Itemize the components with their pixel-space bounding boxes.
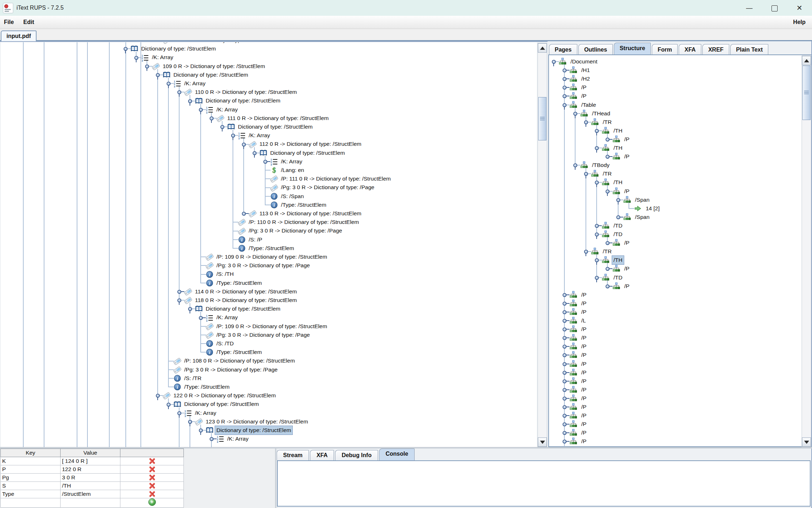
tree-node-label[interactable]: /TR xyxy=(601,247,613,256)
expand-handle-icon[interactable] xyxy=(199,316,203,320)
expand-handle-icon[interactable] xyxy=(563,440,567,444)
scroll-up-arrow-icon[interactable] xyxy=(804,59,809,62)
tree-node-label[interactable]: /P xyxy=(580,334,588,342)
tree-node-label[interactable]: /TH xyxy=(612,178,624,187)
menu-help[interactable]: Help xyxy=(790,16,808,29)
key-cell[interactable]: Type xyxy=(1,490,61,498)
tree-node-label[interactable]: Dictionary of type: /StructElem xyxy=(237,123,314,131)
tree-node-label[interactable]: /Type: /StructElem xyxy=(215,279,263,287)
tree-node-label[interactable]: /P xyxy=(623,282,631,291)
tree-node-label[interactable]: 108 0 R -> Dictionary of type: /StructEl… xyxy=(172,42,277,44)
tab-xfa[interactable]: XFA xyxy=(679,44,701,55)
tree-node-label[interactable]: /P xyxy=(580,83,588,92)
tree-node-label[interactable]: /H1 xyxy=(580,66,591,75)
expand-handle-icon[interactable] xyxy=(563,397,567,401)
tree-node-label[interactable]: /Pg: 3 0 R -> Dictionary of type: /Page xyxy=(280,183,376,192)
tree-node-label[interactable]: /P xyxy=(580,428,588,437)
tree-node-label[interactable]: /TR xyxy=(601,118,613,126)
menu-file[interactable]: File xyxy=(0,16,18,29)
expand-handle-icon[interactable] xyxy=(595,224,599,228)
value-cell[interactable] xyxy=(61,498,120,508)
expand-handle-icon[interactable] xyxy=(563,371,567,375)
value-cell[interactable]: 3 0 R xyxy=(61,474,120,482)
tree-node-label[interactable]: /K: Array xyxy=(215,105,239,114)
expand-handle-icon[interactable] xyxy=(563,422,567,426)
tree-node-label[interactable]: /P xyxy=(580,420,588,428)
tab-form[interactable]: Form xyxy=(652,44,678,55)
expand-handle-icon[interactable] xyxy=(563,86,567,90)
expand-handle-icon[interactable] xyxy=(616,215,620,219)
tree-node-label[interactable]: /L xyxy=(580,316,587,325)
tree-node-label[interactable]: /P xyxy=(580,360,588,368)
tree-node-label[interactable]: /P xyxy=(580,291,588,299)
tree-node-label[interactable]: 111 0 R -> Dictionary of type: /StructEl… xyxy=(226,114,330,123)
value-cell[interactable]: /TH xyxy=(61,482,120,490)
tree-node-label[interactable]: /P xyxy=(580,403,588,411)
tree-node-label[interactable]: /TD xyxy=(612,221,624,230)
scroll-down-arrow-icon[interactable] xyxy=(804,441,809,444)
structure-tree-vertical-scrollbar[interactable] xyxy=(802,56,811,447)
tree-node-label[interactable]: /S: /TH xyxy=(215,270,235,278)
key-cell[interactable]: K xyxy=(1,457,61,465)
tree-node-label[interactable]: /P xyxy=(580,351,588,359)
tree-node-label[interactable]: /Type: /StructElem xyxy=(183,383,231,391)
expand-handle-icon[interactable] xyxy=(563,293,567,297)
tree-node-label[interactable]: /P xyxy=(580,342,588,351)
right-scrollbar-thumb[interactable] xyxy=(802,66,811,120)
tree-node-label[interactable]: /Pg: 3 0 R -> Dictionary of type: /Page xyxy=(215,261,311,270)
tree-node-label[interactable]: /K: Array xyxy=(226,435,250,443)
scroll-down-arrow-icon[interactable] xyxy=(540,441,545,444)
tree-node-label[interactable]: 114 0 R -> Dictionary of type: /StructEl… xyxy=(194,287,298,296)
expand-handle-icon[interactable] xyxy=(606,155,610,159)
delete-row-icon[interactable] xyxy=(148,474,156,481)
expand-handle-icon[interactable] xyxy=(563,431,567,435)
tree-node-label[interactable]: /P xyxy=(623,239,631,247)
tree-node-label[interactable]: /P: 110 0 R -> Dictionary of type: /Stru… xyxy=(247,218,360,226)
expand-handle-icon[interactable] xyxy=(242,212,246,216)
tree-node-label[interactable]: /P xyxy=(580,92,588,100)
key-cell[interactable]: Pg xyxy=(1,474,61,482)
tree-node-label[interactable]: /S: /Span xyxy=(280,192,305,201)
tree-node-label[interactable]: /P: 108 0 R -> Dictionary of type: /Stru… xyxy=(183,356,296,365)
tree-node-label[interactable]: /P xyxy=(623,135,631,144)
tree-node-label[interactable]: /Pg: 3 0 R -> Dictionary of type: /Page xyxy=(183,365,279,374)
expand-handle-icon[interactable] xyxy=(563,68,567,72)
expand-handle-icon[interactable] xyxy=(177,290,181,294)
tree-node-label[interactable]: /P xyxy=(580,325,588,334)
tree-node-label[interactable]: /Document xyxy=(569,57,599,66)
expand-handle-icon[interactable] xyxy=(563,94,567,98)
tab-pages[interactable]: Pages xyxy=(549,44,577,55)
tree-node-label[interactable]: /P xyxy=(580,308,588,316)
left-tree-vertical-scrollbar[interactable] xyxy=(538,43,547,447)
column-header-key[interactable]: Key xyxy=(1,449,61,457)
tree-node-label[interactable]: /Table xyxy=(580,101,597,109)
tree-node-label[interactable]: /TH xyxy=(612,126,624,135)
tree-node-label[interactable]: 113 0 R -> Dictionary of type: /StructEl… xyxy=(258,209,363,218)
tab-stream[interactable]: Stream xyxy=(277,450,309,460)
tree-node-label[interactable]: /K: Array xyxy=(247,131,271,140)
column-header-value[interactable]: Value xyxy=(61,449,120,457)
tree-node-label[interactable]: 122 0 R -> Dictionary of type: /StructEl… xyxy=(172,391,277,400)
tab-plain-text[interactable]: Plain Text xyxy=(730,44,768,55)
add-row-icon[interactable] xyxy=(148,498,156,506)
tree-node-label[interactable]: /S: /P xyxy=(247,235,264,244)
tree-node-label[interactable]: /K: Array xyxy=(151,53,175,62)
expand-handle-icon[interactable] xyxy=(563,379,567,383)
tab-outlines[interactable]: Outlines xyxy=(578,44,613,55)
tree-node-label[interactable]: 109 0 R -> Dictionary of type: /StructEl… xyxy=(161,62,267,71)
delete-row-icon[interactable] xyxy=(148,490,156,498)
tree-node-label[interactable]: /Span xyxy=(634,196,651,204)
tree-node-label[interactable]: 14 [2] xyxy=(644,204,661,213)
key-cell[interactable] xyxy=(1,498,61,508)
expand-handle-icon[interactable] xyxy=(563,362,567,366)
tree-node-label[interactable]: 123 0 R -> Dictionary of type: /StructEl… xyxy=(204,417,310,426)
minimize-button[interactable]: — xyxy=(737,0,762,16)
tree-node-label[interactable]: /TD xyxy=(612,230,624,239)
tree-node-label[interactable]: /Pg: 3 0 R -> Dictionary of type: /Page xyxy=(247,226,344,235)
scroll-up-arrow-icon[interactable] xyxy=(540,47,545,50)
tree-node-label[interactable]: /TH xyxy=(612,144,624,152)
tree-node-label[interactable]: /Type: /StructElem xyxy=(215,348,263,356)
tree-node-label[interactable]: /S: /TD xyxy=(215,339,235,348)
expand-handle-icon[interactable] xyxy=(563,345,567,349)
tree-node-label[interactable]: /P: 111 0 R -> Dictionary of type: /Stru… xyxy=(280,174,392,183)
